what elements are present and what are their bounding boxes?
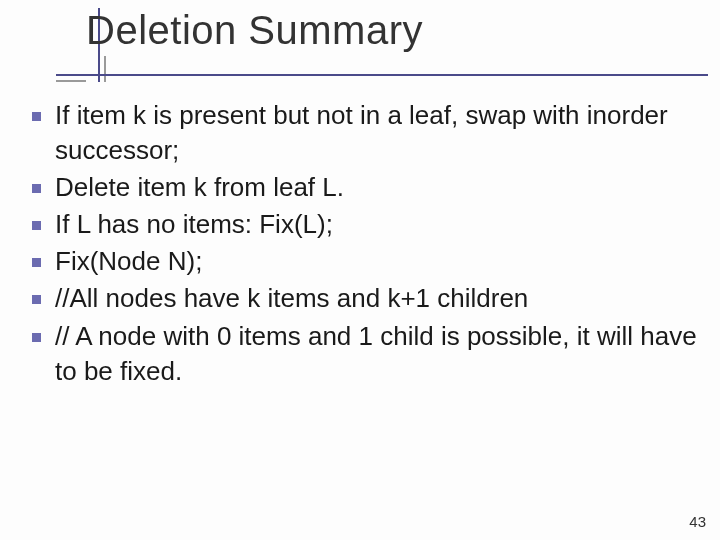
slide: Deletion Summary If item k is present bu… — [0, 0, 720, 540]
title-region: Deletion Summary — [28, 8, 700, 86]
square-bullet-icon — [32, 221, 41, 230]
list-item: If L has no items: Fix(L); — [32, 207, 698, 242]
square-bullet-icon — [32, 333, 41, 342]
bullet-text: // A node with 0 items and 1 child is po… — [55, 319, 698, 389]
bullet-text: Delete item k from leaf L. — [55, 170, 698, 205]
square-bullet-icon — [32, 184, 41, 193]
list-item: Fix(Node N); — [32, 244, 698, 279]
page-number: 43 — [689, 513, 706, 530]
title-rule-vertical-short — [104, 56, 106, 82]
list-item: Delete item k from leaf L. — [32, 170, 698, 205]
list-item: // A node with 0 items and 1 child is po… — [32, 319, 698, 389]
square-bullet-icon — [32, 295, 41, 304]
list-item: If item k is present but not in a leaf, … — [32, 98, 698, 168]
square-bullet-icon — [32, 112, 41, 121]
bullet-text: Fix(Node N); — [55, 244, 698, 279]
bullet-text: If item k is present but not in a leaf, … — [55, 98, 698, 168]
list-item: //All nodes have k items and k+1 childre… — [32, 281, 698, 316]
bullet-text: If L has no items: Fix(L); — [55, 207, 698, 242]
bullet-text: //All nodes have k items and k+1 childre… — [55, 281, 698, 316]
title-rule-horizontal-short — [56, 80, 86, 82]
slide-body: If item k is present but not in a leaf, … — [32, 98, 698, 391]
slide-title: Deletion Summary — [86, 8, 423, 53]
title-rule-horizontal — [56, 74, 708, 76]
square-bullet-icon — [32, 258, 41, 267]
